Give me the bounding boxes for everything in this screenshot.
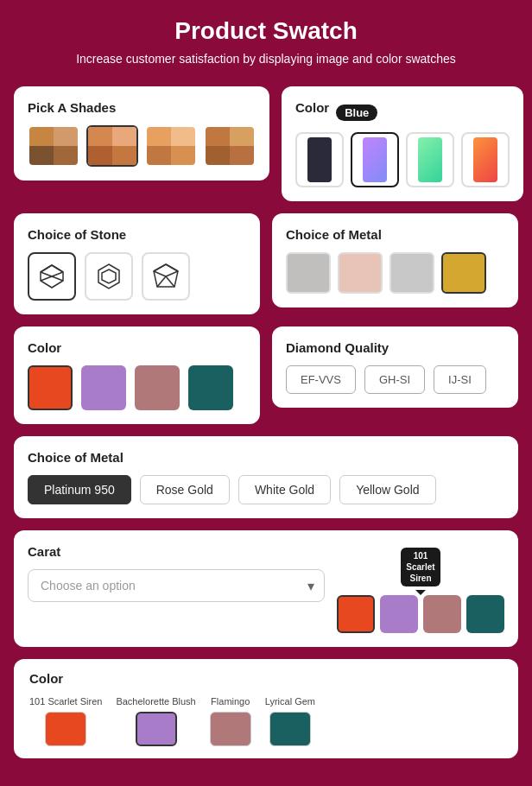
color-bottom-item-1: 101 Scarlet Siren <box>29 696 102 746</box>
color-mid-title: Color <box>28 340 246 355</box>
svg-line-5 <box>41 276 52 281</box>
svg-line-13 <box>166 276 174 287</box>
shade-swatch-2[interactable] <box>86 125 138 167</box>
badge-label: 101ScarletSiren <box>401 548 440 586</box>
stone-title: Choice of Stone <box>28 227 246 242</box>
svg-line-11 <box>166 264 178 271</box>
page-subtitle: Increase customer satisfaction by displa… <box>14 52 518 66</box>
badge-arrow <box>415 590 426 595</box>
quality-option-2[interactable]: GH-SI <box>364 365 425 394</box>
color-bottom-swatch-2[interactable] <box>136 712 177 746</box>
metal-swatches-top <box>286 252 504 294</box>
carat-swatch-4[interactable] <box>466 595 504 633</box>
diamond-quality-title: Diamond Quality <box>286 340 504 355</box>
carat-swatch-2[interactable] <box>380 595 418 633</box>
carat-title: Carat <box>28 544 325 559</box>
stone-option-1[interactable] <box>28 252 76 301</box>
quality-options: EF-VVS GH-SI IJ-SI <box>286 365 504 394</box>
carat-swatch-3[interactable] <box>423 595 461 633</box>
stone-options <box>28 252 246 301</box>
metal-tabs: Platinum 950 Rose Gold White Gold Yellow… <box>28 475 504 504</box>
shades-grid <box>28 125 256 167</box>
svg-line-2 <box>52 265 63 272</box>
svg-line-3 <box>41 272 52 276</box>
metal-tab-1[interactable]: Platinum 950 <box>28 475 131 504</box>
color-bottom-item-4: Lyrical Gem <box>265 696 315 746</box>
color-top-badge: Blue <box>336 105 377 121</box>
color-bottom-swatch-1[interactable] <box>45 712 86 746</box>
color-mid-option-4[interactable] <box>188 365 233 410</box>
phone-swatch-1[interactable] <box>295 132 344 187</box>
metal-swatch-3[interactable] <box>390 252 434 294</box>
carat-swatches <box>337 595 504 633</box>
svg-line-15 <box>166 271 178 276</box>
color-mid-option-3[interactable] <box>135 365 180 410</box>
metal-swatch-1[interactable] <box>286 252 331 294</box>
color-bottom-title: Color <box>29 671 503 686</box>
shade-swatch-3[interactable] <box>145 125 197 167</box>
color-bottom-label-2: Bachelorette Blush <box>116 696 195 707</box>
color-bottom-swatch-3[interactable] <box>210 712 251 746</box>
color-mid-options <box>28 365 246 410</box>
shade-swatch-4[interactable] <box>204 125 256 167</box>
phone-swatch-4[interactable] <box>461 132 510 187</box>
shade-swatch-1[interactable] <box>28 125 79 167</box>
quality-option-1[interactable]: EF-VVS <box>286 365 356 394</box>
svg-marker-9 <box>154 264 178 287</box>
tooltip-badge: 101ScarletSiren <box>401 548 440 595</box>
quality-option-3[interactable]: IJ-SI <box>434 365 486 394</box>
svg-line-4 <box>52 272 63 276</box>
phone-swatches <box>295 132 510 187</box>
phone-swatch-2[interactable] <box>351 132 399 187</box>
color-bottom-item-3: Flamingo <box>210 696 251 746</box>
metal-tab-2[interactable]: Rose Gold <box>140 475 230 504</box>
metal-tab-3[interactable]: White Gold <box>238 475 331 504</box>
color-mid-option-1[interactable] <box>28 365 73 410</box>
color-bottom-label-4: Lyrical Gem <box>265 696 315 707</box>
page-title: Product Swatch <box>14 17 518 45</box>
color-top-title: Color <box>295 100 329 115</box>
svg-line-10 <box>154 264 166 271</box>
metal-top-title: Choice of Metal <box>286 227 504 242</box>
svg-line-1 <box>41 265 52 272</box>
carat-swatch-1[interactable] <box>337 595 375 633</box>
svg-marker-8 <box>102 269 116 283</box>
metal-bottom-title: Choice of Metal <box>28 450 504 465</box>
carat-dropdown[interactable]: Choose an option <box>28 569 325 602</box>
color-bottom-item-2: Bachelorette Blush <box>116 696 195 746</box>
color-mid-option-2[interactable] <box>81 365 126 410</box>
color-bottom-label-1: 101 Scarlet Siren <box>29 696 102 707</box>
color-bottom-swatch-4[interactable] <box>269 712 311 746</box>
color-bottom-card: Color 101 Scarlet Siren Bachelorette Blu… <box>14 659 518 758</box>
svg-line-6 <box>52 276 63 281</box>
shades-title: Pick A Shades <box>28 100 256 115</box>
metal-tab-4[interactable]: Yellow Gold <box>339 475 435 504</box>
stone-option-2[interactable] <box>85 252 133 301</box>
svg-line-14 <box>154 271 166 276</box>
stone-option-3[interactable] <box>142 252 190 301</box>
color-bottom-options: 101 Scarlet Siren Bachelorette Blush Fla… <box>29 696 503 746</box>
metal-swatch-4[interactable] <box>441 252 486 294</box>
metal-swatch-2[interactable] <box>338 252 383 294</box>
color-bottom-label-3: Flamingo <box>211 696 250 707</box>
svg-line-12 <box>157 276 166 287</box>
phone-swatch-3[interactable] <box>406 132 454 187</box>
